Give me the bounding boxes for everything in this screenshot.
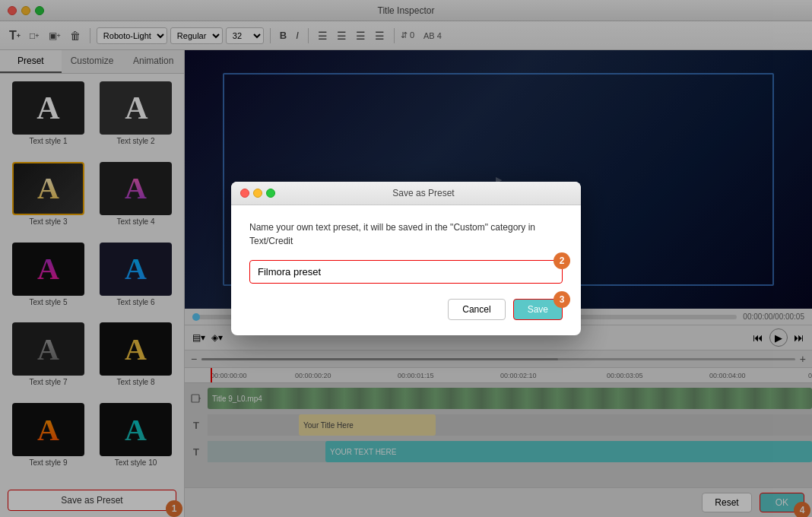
preset-name-input[interactable]: [249, 260, 563, 284]
modal-description: Name your own text preset, it will be sa…: [249, 220, 563, 248]
modal-traffic-lights: [240, 189, 275, 198]
badge-3: 3: [553, 291, 570, 308]
modal-maximize-button[interactable]: [266, 189, 275, 198]
input-container: 2: [249, 260, 563, 284]
modal-titlebar: Save as Preset: [231, 182, 581, 205]
modal-overlay: Save as Preset Name your own text preset…: [0, 0, 812, 517]
modal-buttons: Cancel Save 3: [249, 299, 563, 320]
modal-body: Name your own text preset, it will be sa…: [231, 205, 581, 335]
save-preset-modal: Save as Preset Name your own text preset…: [231, 182, 581, 335]
save-btn-container: Save 3: [513, 299, 563, 320]
modal-close-button[interactable]: [240, 189, 249, 198]
badge-2: 2: [553, 252, 570, 269]
modal-title: Save as Preset: [275, 188, 572, 198]
modal-cancel-button[interactable]: Cancel: [448, 299, 505, 320]
modal-minimize-button[interactable]: [253, 189, 262, 198]
